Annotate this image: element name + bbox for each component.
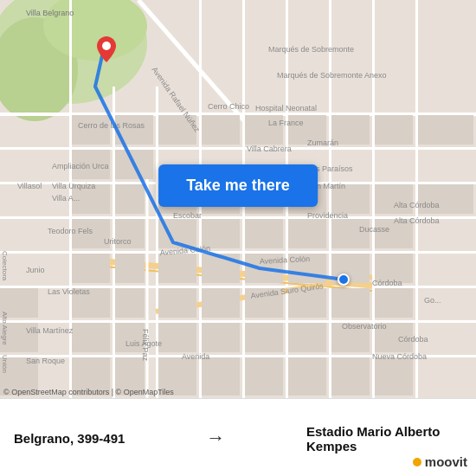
map-attribution: © OpenStreetMap contributors | © OpenMap… bbox=[3, 388, 174, 396]
svg-text:Villa Martínez: Villa Martínez bbox=[26, 326, 74, 335]
svg-text:Providencia: Providencia bbox=[307, 211, 348, 220]
svg-rect-19 bbox=[372, 0, 375, 398]
svg-rect-72 bbox=[72, 323, 110, 352]
svg-rect-36 bbox=[418, 115, 473, 145]
svg-text:Alta Córdoba: Alta Córdoba bbox=[394, 201, 440, 209]
svg-text:Avenida: Avenida bbox=[182, 352, 209, 361]
svg-text:Alta Córdoba: Alta Córdoba bbox=[394, 216, 440, 225]
svg-rect-84 bbox=[202, 357, 240, 396]
svg-text:Villa Urquiza: Villa Urquiza bbox=[52, 182, 95, 190]
svg-text:Escobar: Escobar bbox=[173, 211, 202, 220]
svg-text:Observatorio: Observatorio bbox=[342, 322, 387, 331]
origin-name: Belgrano, 399-491 bbox=[14, 431, 125, 446]
moovit-text: moovit bbox=[425, 454, 467, 469]
svg-rect-55 bbox=[115, 254, 145, 283]
svg-text:Colectora: Colectora bbox=[1, 251, 9, 281]
moovit-dot bbox=[413, 458, 421, 466]
destination-name: Estadio Mario Alberto Kempes bbox=[306, 424, 462, 453]
svg-text:Marqués de Sobremonte: Marqués de Sobremonte bbox=[268, 45, 354, 54]
route-arrow: → bbox=[206, 427, 225, 449]
destination-pin bbox=[338, 273, 350, 286]
svg-text:Alto Alegre: Alto Alegre bbox=[1, 312, 9, 345]
svg-text:Villa Belgrano: Villa Belgrano bbox=[26, 9, 74, 17]
svg-point-130 bbox=[102, 42, 111, 50]
svg-rect-56 bbox=[158, 254, 196, 283]
svg-rect-69 bbox=[331, 288, 370, 318]
svg-text:Uritorco: Uritorco bbox=[104, 237, 132, 246]
svg-text:Villa A...: Villa A... bbox=[52, 194, 80, 203]
origin-pin bbox=[97, 36, 116, 66]
svg-rect-64 bbox=[115, 288, 145, 318]
svg-text:Villasol: Villasol bbox=[17, 182, 42, 190]
svg-text:Junio: Junio bbox=[26, 266, 45, 274]
svg-text:Villa Cabrera: Villa Cabrera bbox=[247, 145, 292, 153]
moovit-logo: moovit bbox=[413, 454, 467, 469]
svg-rect-85 bbox=[245, 357, 283, 396]
svg-rect-77 bbox=[288, 323, 326, 352]
svg-rect-31 bbox=[202, 115, 240, 145]
svg-text:Cerro Chico: Cerro Chico bbox=[208, 102, 249, 111]
svg-rect-38 bbox=[115, 184, 145, 214]
svg-rect-14 bbox=[156, 87, 158, 398]
svg-rect-65 bbox=[158, 288, 196, 318]
map-container: Cerro Chico Marqués de Sobremonte Marqué… bbox=[0, 0, 476, 398]
svg-rect-51 bbox=[288, 219, 326, 248]
svg-text:Teodoro Fels: Teodoro Fels bbox=[48, 227, 93, 235]
svg-text:San Roque: San Roque bbox=[26, 357, 65, 365]
svg-rect-52 bbox=[331, 219, 370, 248]
svg-text:Go...: Go... bbox=[424, 296, 441, 305]
svg-rect-54 bbox=[72, 254, 110, 283]
bottom-bar: Belgrano, 399-491 → Estadio Mario Albert… bbox=[0, 398, 476, 476]
svg-rect-75 bbox=[202, 323, 240, 352]
svg-text:La France: La France bbox=[268, 119, 304, 127]
svg-text:Félix Paz: Félix Paz bbox=[141, 329, 150, 362]
svg-rect-50 bbox=[245, 219, 283, 248]
svg-text:Zumarán: Zumarán bbox=[307, 138, 338, 147]
svg-rect-88 bbox=[375, 357, 413, 396]
origin-endpoint: Belgrano, 399-491 bbox=[14, 429, 125, 446]
svg-text:Marqués de Sobremonte Anexo: Marqués de Sobremonte Anexo bbox=[277, 71, 387, 80]
svg-text:Córdoba: Córdoba bbox=[398, 335, 428, 344]
svg-text:Nueva Córdoba: Nueva Córdoba bbox=[372, 352, 427, 361]
svg-rect-70 bbox=[375, 288, 413, 318]
svg-text:Hospital Neonatal: Hospital Neonatal bbox=[255, 104, 317, 113]
svg-rect-35 bbox=[375, 115, 413, 145]
svg-text:Unión: Unión bbox=[1, 355, 9, 373]
svg-rect-76 bbox=[245, 323, 283, 352]
svg-rect-87 bbox=[331, 357, 370, 396]
svg-rect-86 bbox=[288, 357, 326, 396]
svg-rect-18 bbox=[329, 0, 331, 398]
svg-text:Ampliación Urca: Ampliación Urca bbox=[52, 162, 109, 170]
svg-text:Ducasse: Ducasse bbox=[359, 225, 389, 234]
svg-text:Las Violetas: Las Violetas bbox=[48, 287, 90, 296]
destination-endpoint: Estadio Mario Alberto Kempes bbox=[306, 422, 462, 453]
take-me-there-button[interactable]: Take me there bbox=[158, 164, 318, 207]
svg-rect-26 bbox=[72, 115, 110, 145]
svg-text:Córdoba: Córdoba bbox=[372, 279, 402, 287]
svg-rect-74 bbox=[158, 323, 196, 352]
svg-rect-66 bbox=[202, 288, 240, 318]
